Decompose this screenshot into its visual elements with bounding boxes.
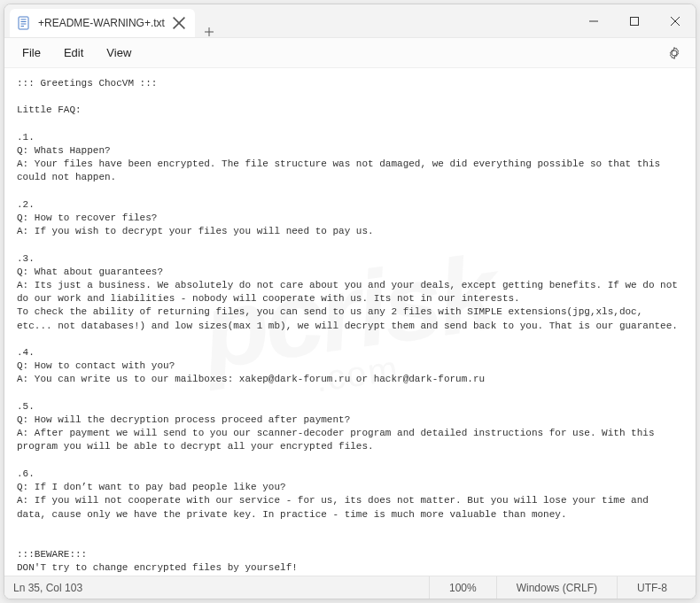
svg-rect-0 xyxy=(19,17,28,29)
titlebar: +README-WARNING+.txt xyxy=(4,4,696,38)
minimize-button[interactable] xyxy=(573,4,614,37)
menubar: File Edit View xyxy=(4,38,696,68)
settings-button[interactable] xyxy=(660,43,688,64)
new-tab-button[interactable] xyxy=(195,27,223,37)
tab-close-button[interactable] xyxy=(172,16,186,30)
document-text[interactable]: ::: Greetings ChocVM ::: Little FAQ: .1.… xyxy=(17,77,683,576)
status-encoding[interactable]: UTF-8 xyxy=(617,576,687,599)
maximize-button[interactable] xyxy=(614,4,655,37)
notepad-icon xyxy=(17,16,31,30)
document-tab[interactable]: +README-WARNING+.txt xyxy=(10,9,195,37)
window-controls xyxy=(573,4,696,37)
status-line-ending[interactable]: Windows (CRLF) xyxy=(496,576,617,599)
svg-rect-10 xyxy=(631,17,639,25)
menu-edit[interactable]: Edit xyxy=(53,43,94,63)
tab-strip: +README-WARNING+.txt xyxy=(4,4,573,37)
menu-file[interactable]: File xyxy=(12,43,51,63)
editor-area[interactable]: pcrisk .com ::: Greetings ChocVM ::: Lit… xyxy=(4,68,696,576)
tab-title: +README-WARNING+.txt xyxy=(38,17,165,29)
status-zoom[interactable]: 100% xyxy=(429,576,496,599)
statusbar: Ln 35, Col 103 100% Windows (CRLF) UTF-8 xyxy=(4,576,696,599)
close-button[interactable] xyxy=(655,4,696,37)
status-position: Ln 35, Col 103 xyxy=(13,582,82,594)
notepad-window: +README-WARNING+.txt File Edit View xyxy=(4,4,696,599)
gear-icon xyxy=(667,46,681,60)
menu-view[interactable]: View xyxy=(96,43,142,63)
